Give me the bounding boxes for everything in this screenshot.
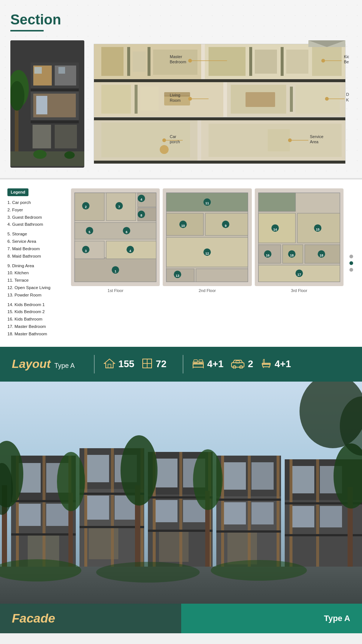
legend-item-16: 16. Kids Bathroom (7, 316, 67, 323)
facade-label-right: Type A (181, 604, 362, 633)
facade-bg (0, 382, 362, 633)
legend-item-5: 5. Storage (7, 231, 67, 238)
floor-1-label: 1st Floor (71, 288, 160, 293)
svg-rect-183 (87, 455, 109, 482)
car-icon (231, 358, 245, 370)
svg-rect-49 (290, 87, 293, 112)
svg-rect-18 (31, 120, 79, 123)
svg-rect-204 (148, 530, 213, 532)
svg-text:Living: Living (170, 93, 180, 97)
stat-cars-value: 2 (248, 358, 253, 370)
stat-cars: 2 (231, 358, 253, 370)
svg-rect-44 (135, 85, 138, 114)
svg-rect-210 (251, 502, 274, 524)
section-content: Master Bedroom Kids Bedroom Living Room … (10, 40, 352, 168)
floorplan-panel: Legend 1. Car porch 2. Foyer 3. Guest Be… (0, 178, 362, 347)
svg-rect-15 (34, 67, 42, 74)
svg-rect-197 (155, 500, 177, 522)
stat-beds-value: 4+1 (207, 358, 223, 370)
section-diagram: Master Bedroom Kids Bedroom Living Room … (90, 40, 352, 168)
svg-rect-201 (179, 452, 182, 567)
svg-rect-192 (79, 526, 144, 528)
svg-text:Dining &: Dining & (346, 92, 349, 97)
svg-text:18: 18 (290, 254, 294, 257)
facade-type: Type A (324, 614, 350, 623)
legend-item-11: 11. Terrace (7, 277, 67, 284)
svg-text:10: 10 (181, 224, 185, 228)
stat-baths: 4+1 (261, 358, 291, 370)
svg-point-235 (193, 449, 223, 510)
svg-rect-207 (224, 462, 246, 490)
svg-rect-215 (216, 499, 281, 501)
svg-rect-214 (277, 456, 280, 567)
layout-bar: Layout Type A 155 72 (0, 347, 362, 382)
svg-rect-211 (227, 533, 257, 564)
svg-rect-152 (143, 363, 147, 368)
svg-rect-116 (196, 269, 248, 282)
svg-text:Room: Room (170, 98, 180, 103)
svg-text:5: 5 (89, 230, 91, 234)
floor-3-label: 3rd Floor (255, 288, 344, 293)
legend-item-7: 7. Maid Bedroom (7, 245, 67, 253)
svg-text:2: 2 (85, 205, 87, 209)
fp-legend: Legend 1. Car porch 2. Foyer 3. Guest Be… (7, 188, 67, 338)
legend-list: 1. Car porch 2. Foyer 3. Guest Bedroom 4… (7, 199, 67, 338)
legend-item-8: 8. Maid Bathroom (7, 253, 67, 260)
svg-rect-45 (140, 87, 159, 111)
fp-floor-3: 14 15 16 18 18 17 3rd Floor (255, 188, 344, 338)
svg-point-241 (96, 562, 200, 583)
svg-rect-150 (143, 359, 147, 363)
svg-rect-81 (94, 117, 345, 120)
svg-rect-173 (18, 504, 41, 526)
section-panel: Section (0, 0, 362, 178)
svg-rect-37 (209, 47, 246, 76)
svg-text:18: 18 (319, 254, 323, 257)
section-title: Section (10, 12, 352, 28)
svg-point-77 (288, 138, 292, 142)
svg-rect-14 (55, 125, 77, 148)
svg-point-19 (33, 150, 47, 159)
svg-rect-208 (251, 462, 274, 490)
svg-rect-222 (320, 506, 342, 527)
svg-marker-147 (104, 359, 115, 368)
stat-area: 155 (104, 358, 134, 371)
pagination-dot-3[interactable] (349, 268, 353, 272)
svg-point-57 (188, 59, 192, 63)
pagination-dot-2[interactable] (349, 261, 353, 265)
svg-rect-80 (94, 79, 345, 82)
svg-rect-156 (194, 360, 197, 363)
svg-point-65 (188, 97, 192, 101)
land-icon (142, 358, 153, 370)
svg-rect-195 (155, 459, 177, 487)
facade-label-left: Facade (0, 604, 181, 633)
svg-text:8: 8 (141, 214, 142, 217)
facade-title: Facade (12, 611, 55, 625)
svg-rect-8 (55, 66, 76, 85)
svg-point-73 (162, 138, 166, 142)
legend-item-3: 3. Guest Bedroom (7, 214, 67, 221)
fp-plans: 2 7 4 8 5 6 3 4 1 1st Floor (71, 188, 344, 338)
floor-plan-1: 2 7 4 8 5 6 3 4 1 (71, 188, 160, 286)
svg-rect-39 (255, 50, 277, 74)
stat-land-value: 72 (156, 358, 166, 370)
layout-divider-2 (183, 355, 183, 373)
svg-rect-213 (248, 456, 251, 567)
svg-rect-42 (312, 47, 342, 76)
svg-point-231 (57, 452, 85, 511)
svg-point-69 (325, 97, 329, 101)
svg-rect-209 (224, 502, 246, 524)
layout-divider-1 (94, 355, 95, 373)
svg-text:12: 12 (205, 252, 209, 255)
svg-text:porch: porch (170, 140, 180, 144)
svg-rect-16 (58, 67, 65, 74)
legend-item-1: 1. Car porch (7, 199, 67, 207)
svg-rect-11 (36, 96, 47, 114)
svg-rect-35 (148, 47, 150, 76)
svg-text:13: 13 (176, 274, 179, 278)
svg-line-166 (269, 367, 269, 368)
svg-rect-82 (94, 161, 345, 164)
svg-rect-50 (295, 85, 340, 114)
svg-text:7: 7 (118, 205, 120, 209)
legend-item-2: 2. Foyer (7, 207, 67, 214)
pagination-dot-1[interactable] (349, 255, 353, 258)
